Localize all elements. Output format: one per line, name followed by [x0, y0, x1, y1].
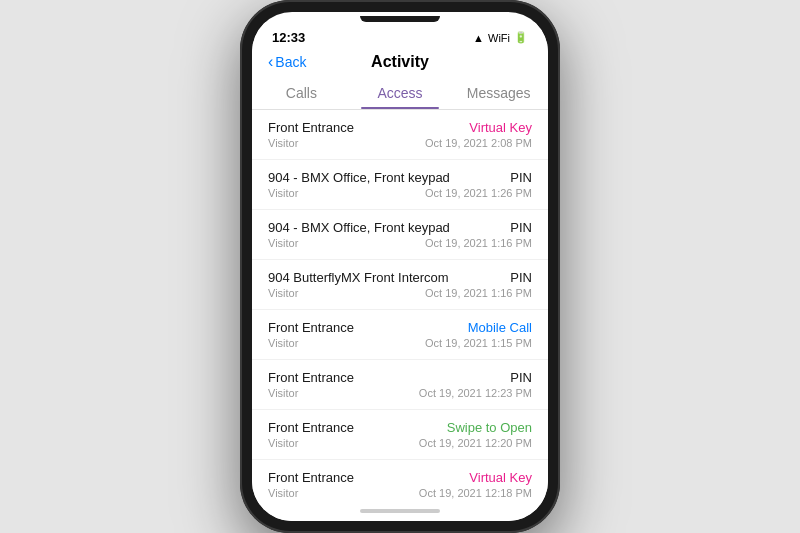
activity-method: Virtual Key [469, 470, 532, 485]
activity-datetime: Oct 19, 2021 12:20 PM [419, 437, 532, 449]
tab-calls[interactable]: Calls [252, 79, 351, 109]
activity-datetime: Oct 19, 2021 12:23 PM [419, 387, 532, 399]
activity-datetime: Oct 19, 2021 2:08 PM [425, 137, 532, 149]
activity-item[interactable]: 904 ButterflyMX Front Intercom PIN Visit… [252, 260, 548, 310]
activity-method: PIN [510, 270, 532, 285]
activity-method: Virtual Key [469, 120, 532, 135]
activity-datetime: Oct 19, 2021 1:26 PM [425, 187, 532, 199]
page-title: Activity [371, 53, 429, 71]
home-bar [360, 509, 440, 513]
activity-location: Front Entrance [268, 420, 354, 435]
activity-datetime: Oct 19, 2021 12:18 PM [419, 487, 532, 499]
activity-visitor: Visitor [268, 137, 298, 149]
tab-messages[interactable]: Messages [449, 79, 548, 109]
wifi-icon: WiFi [488, 32, 510, 44]
activity-item[interactable]: 904 - BMX Office, Front keypad PIN Visit… [252, 210, 548, 260]
activity-item[interactable]: 904 - BMX Office, Front keypad PIN Visit… [252, 160, 548, 210]
activity-item[interactable]: Front Entrance Virtual Key Visitor Oct 1… [252, 460, 548, 505]
activity-visitor: Visitor [268, 187, 298, 199]
activity-item[interactable]: Front Entrance Virtual Key Visitor Oct 1… [252, 110, 548, 160]
activity-location: Front Entrance [268, 470, 354, 485]
activity-method: PIN [510, 370, 532, 385]
activity-visitor: Visitor [268, 437, 298, 449]
activity-visitor: Visitor [268, 487, 298, 499]
activity-visitor: Visitor [268, 387, 298, 399]
activity-visitor: Visitor [268, 237, 298, 249]
activity-method: Swipe to Open [447, 420, 532, 435]
activity-item[interactable]: Front Entrance Swipe to Open Visitor Oct… [252, 410, 548, 460]
activity-location: Front Entrance [268, 120, 354, 135]
tabs-bar: Calls Access Messages [252, 71, 548, 110]
activity-method: Mobile Call [468, 320, 532, 335]
home-indicator [252, 505, 548, 521]
activity-location: 904 - BMX Office, Front keypad [268, 220, 450, 235]
tab-access[interactable]: Access [351, 79, 450, 109]
status-icons: ▲ WiFi 🔋 [473, 31, 528, 44]
signal-icon: ▲ [473, 32, 484, 44]
chevron-left-icon: ‹ [268, 53, 273, 71]
activity-datetime: Oct 19, 2021 1:16 PM [425, 237, 532, 249]
activity-method: PIN [510, 220, 532, 235]
back-label: Back [275, 54, 306, 70]
activity-location: 904 ButterflyMX Front Intercom [268, 270, 449, 285]
activity-list: Front Entrance Virtual Key Visitor Oct 1… [252, 110, 548, 505]
activity-item[interactable]: Front Entrance Mobile Call Visitor Oct 1… [252, 310, 548, 360]
phone-screen: 12:33 ▲ WiFi 🔋 ‹ Back Activity Calls Acc… [252, 12, 548, 521]
activity-item[interactable]: Front Entrance PIN Visitor Oct 19, 2021 … [252, 360, 548, 410]
activity-location: Front Entrance [268, 320, 354, 335]
activity-method: PIN [510, 170, 532, 185]
activity-location: 904 - BMX Office, Front keypad [268, 170, 450, 185]
notch-area [252, 12, 548, 22]
battery-icon: 🔋 [514, 31, 528, 44]
activity-datetime: Oct 19, 2021 1:16 PM [425, 287, 532, 299]
activity-location: Front Entrance [268, 370, 354, 385]
nav-bar: ‹ Back Activity [252, 49, 548, 71]
activity-visitor: Visitor [268, 287, 298, 299]
activity-visitor: Visitor [268, 337, 298, 349]
back-button[interactable]: ‹ Back [268, 53, 306, 71]
status-time: 12:33 [272, 30, 305, 45]
phone-device: 12:33 ▲ WiFi 🔋 ‹ Back Activity Calls Acc… [240, 0, 560, 533]
status-bar: 12:33 ▲ WiFi 🔋 [252, 22, 548, 49]
activity-datetime: Oct 19, 2021 1:15 PM [425, 337, 532, 349]
